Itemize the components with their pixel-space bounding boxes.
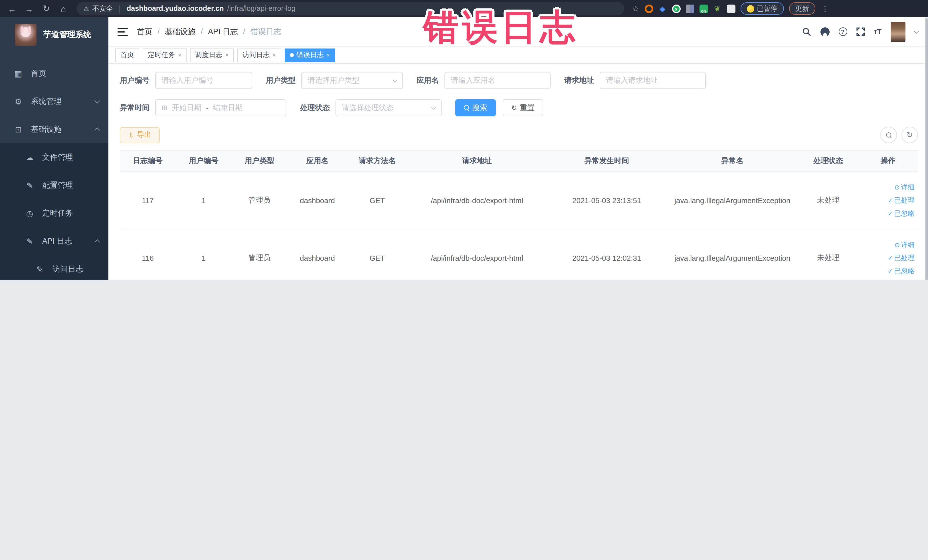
back-icon[interactable]: ← — [5, 2, 20, 15]
scrollbar-thumb[interactable] — [925, 18, 928, 280]
action-已忽略[interactable]: ✓已忽略 — [887, 209, 914, 218]
toggle-search-button[interactable] — [881, 127, 897, 143]
chevron-down-icon — [392, 78, 397, 82]
sidebar-item-定时任务[interactable]: ◷定时任务 — [0, 199, 108, 227]
cell-url: /api/infra/db-doc/export-html — [407, 253, 547, 262]
check-icon: ✓ — [887, 197, 893, 204]
cell-method: GET — [347, 196, 407, 204]
cloud-upload-icon: ☁ — [25, 153, 34, 162]
browser-actions: ☆ ◆ y on ❦ 已暂停 更新 ⋮ — [632, 2, 830, 15]
column-header-7: 异常发生时间 — [547, 151, 667, 171]
breadcrumb-item-2[interactable]: 基础设施 — [165, 26, 196, 37]
breadcrumb-separator: / — [243, 27, 245, 36]
font-size-icon[interactable]: TT — [874, 27, 882, 36]
table-row: 1171管理员dashboardGET/api/infra/db-doc/exp… — [120, 172, 918, 229]
export-button[interactable]: ⇩导出 — [120, 127, 160, 143]
sidebar-item-配置管理[interactable]: ✎配置管理 — [0, 171, 108, 199]
refresh-table-button[interactable]: ↻ — [902, 127, 918, 143]
download-icon: ⇩ — [128, 131, 134, 139]
github-icon[interactable] — [820, 27, 829, 36]
bookmark-star-icon[interactable]: ☆ — [632, 4, 639, 13]
request-url-input[interactable]: 请输入请求地址 — [600, 72, 706, 89]
close-icon[interactable]: × — [178, 52, 182, 58]
sidebar-item-label: 基础设施 — [31, 124, 87, 134]
sidebar-item-文件管理[interactable]: ☁文件管理 — [0, 143, 108, 171]
extensions-puzzle-icon[interactable] — [727, 4, 735, 13]
close-icon[interactable]: × — [272, 52, 276, 58]
update-button[interactable]: 更新 — [789, 2, 815, 15]
extension-ubuntu-icon[interactable] — [644, 4, 653, 13]
extension-plant-icon[interactable]: ❦ — [713, 4, 722, 13]
user-id-input[interactable]: 请输入用户编号 — [155, 72, 252, 89]
extension-y-icon[interactable]: y — [672, 4, 681, 13]
tab-定时任务[interactable]: 定时任务× — [143, 48, 186, 62]
help-icon[interactable]: ? — [838, 27, 847, 36]
cell-user_id: 1 — [176, 253, 232, 262]
sidebar-item-系统管理[interactable]: ⚙系统管理 — [0, 87, 108, 115]
tab-首页[interactable]: 首页 — [115, 48, 139, 62]
action-详细[interactable]: ⊙详细 — [894, 182, 914, 192]
action-已忽略[interactable]: ✓已忽略 — [887, 266, 914, 276]
search-icon[interactable] — [802, 27, 811, 36]
extension-blocks-icon[interactable] — [685, 4, 694, 13]
extension-on-icon[interactable]: on — [699, 4, 708, 13]
action-已处理[interactable]: ✓已处理 — [887, 253, 914, 263]
breadcrumb: 首页/基础设施/API 日志/错误日志 — [137, 26, 281, 37]
check-icon: ✓ — [887, 267, 893, 275]
sidebar-item-label: 访问日志 — [52, 264, 99, 274]
monitor-icon: ⊡ — [14, 125, 23, 134]
sidebar-item-基础设施[interactable]: ⊡基础设施 — [0, 115, 108, 143]
action-详细[interactable]: ⊙详细 — [894, 240, 914, 250]
extension-gem-icon[interactable]: ◆ — [658, 4, 667, 13]
sidebar-item-访问日志[interactable]: ✎访问日志 — [0, 255, 108, 280]
sidebar-item-label: 系统管理 — [31, 96, 87, 107]
cell-status: 未处理 — [798, 253, 858, 263]
process-status-select[interactable]: 请选择处理状态 — [336, 99, 442, 116]
active-dot-icon — [290, 53, 293, 57]
sidebar-logo-row[interactable]: 芋道管理系统 — [0, 17, 108, 51]
cell-user_type: 管理员 — [232, 253, 288, 263]
home-icon[interactable]: ⌂ — [56, 2, 71, 15]
hamburger-icon[interactable] — [118, 27, 128, 36]
close-icon[interactable]: × — [327, 52, 330, 58]
user-type-select[interactable]: 请选择用户类型 — [301, 72, 403, 89]
sidebar-item-API-日志[interactable]: ✎API 日志 — [0, 227, 108, 255]
breadcrumb-separator: / — [201, 27, 203, 36]
sidebar-item-label: 首页 — [31, 68, 99, 78]
user-menu-caret-icon[interactable] — [914, 29, 919, 34]
reload-icon[interactable]: ↻ — [39, 2, 53, 15]
breadcrumb-item-3[interactable]: API 日志 — [208, 26, 238, 37]
search-button[interactable]: 搜索 — [455, 99, 496, 116]
cell-app_name: dashboard — [288, 253, 348, 262]
forward-icon[interactable]: → — [22, 2, 37, 15]
edit-icon: ✎ — [25, 181, 34, 190]
column-header-1: 日志编号 — [120, 151, 176, 171]
close-icon[interactable]: × — [225, 52, 229, 58]
breadcrumb-item-1[interactable]: 首页 — [137, 26, 152, 37]
breadcrumb-item-4: 错误日志 — [250, 26, 281, 37]
error-time-range-picker[interactable]: ⊞ 开始日期 - 结束日期 — [155, 99, 286, 116]
reset-button[interactable]: ↻重置 — [503, 99, 543, 116]
column-header-3: 用户类型 — [232, 151, 288, 171]
paused-badge[interactable]: 已暂停 — [740, 2, 784, 15]
cell-status: 未处理 — [798, 195, 858, 205]
process-status-label: 处理状态 — [300, 103, 330, 113]
sidebar-nav: ▦首页⚙系统管理⊡基础设施☁文件管理✎配置管理◷定时任务✎API 日志✎访问日志… — [0, 60, 108, 280]
tab-访问日志[interactable]: 访问日志× — [237, 48, 281, 62]
sidebar-item-首页[interactable]: ▦首页 — [0, 60, 108, 87]
tab-错误日志[interactable]: 错误日志× — [284, 48, 335, 62]
cell-app_name: dashboard — [288, 196, 348, 204]
action-已处理[interactable]: ✓已处理 — [887, 195, 914, 205]
main-area: 首页/基础设施/API 日志/错误日志 ? TT 首页定时任务×调度日志×访问日… — [108, 17, 928, 280]
cell-time: 2021-05-03 12:02:31 — [547, 253, 667, 262]
user-avatar[interactable] — [891, 21, 905, 42]
table-row: 1161管理员dashboardGET/api/infra/db-doc/exp… — [120, 229, 918, 280]
fullscreen-icon[interactable] — [856, 27, 865, 36]
app-name-input[interactable]: 请输入应用名 — [444, 72, 551, 89]
column-header-8: 异常名 — [667, 151, 798, 171]
page-scrollbar[interactable] — [925, 17, 928, 280]
sidebar-item-label: 文件管理 — [42, 152, 99, 162]
tab-调度日志[interactable]: 调度日志× — [190, 48, 234, 62]
browser-menu-icon[interactable]: ⋮ — [820, 4, 830, 13]
address-separator: | — [119, 3, 121, 14]
